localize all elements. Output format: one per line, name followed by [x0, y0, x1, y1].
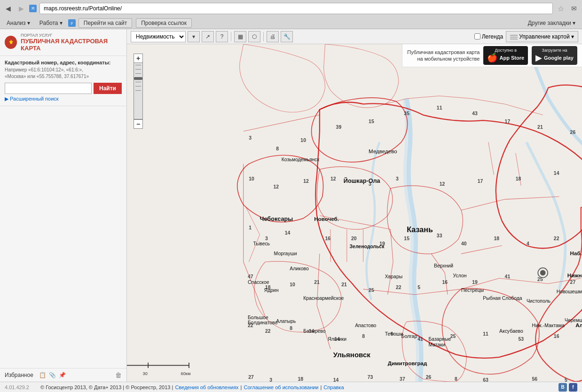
svg-text:25: 25 — [369, 288, 374, 293]
yandex-favicon: Я — [29, 5, 37, 12]
legend-checkbox-label[interactable]: Легенда — [474, 33, 503, 40]
zoom-in-button[interactable]: + — [134, 54, 143, 63]
vk-social-icon[interactable]: В — [558, 383, 567, 392]
svg-text:Болгар: Болгар — [401, 334, 417, 339]
map-container[interactable]: 3 8 10 39 15 35 11 43 17 21 26 38 10 12 … — [127, 44, 582, 382]
advanced-search-link[interactable]: ▶ Расширенный поиск — [5, 96, 122, 102]
help-link[interactable]: Справка — [323, 384, 344, 390]
favorites-add-icon[interactable]: 📋 — [39, 372, 46, 378]
search-input[interactable] — [5, 83, 92, 94]
svg-line-7 — [317, 306, 330, 349]
legend-checkbox[interactable] — [474, 33, 480, 39]
svg-text:Яльчики: Яльчики — [328, 337, 346, 342]
favorites-import-icon[interactable]: 📎 — [49, 372, 56, 378]
svg-text:Казань: Казань — [407, 225, 433, 234]
svg-text:56: 56 — [532, 376, 538, 382]
svg-text:Верхний: Верхний — [434, 263, 453, 268]
svg-line-25 — [431, 254, 445, 273]
app-store-button[interactable]: Доступно в 🍎 App Store — [483, 46, 528, 65]
svg-line-9 — [505, 196, 559, 199]
portal-header: ⚜ ПОРТАЛ УСЛУГ ПУБЛИЧНАЯ КАДАСТРОВАЯ КАР… — [0, 29, 126, 56]
svg-text:Апастово: Апастово — [355, 323, 376, 328]
svg-text:20: 20 — [351, 236, 357, 241]
svg-text:26: 26 — [570, 130, 576, 135]
svg-text:Хврары: Хврары — [385, 274, 402, 279]
svg-text:14: 14 — [554, 171, 559, 176]
svg-line-26 — [445, 273, 448, 294]
svg-text:21: 21 — [537, 125, 543, 130]
tool-area-btn[interactable]: ⬡ — [248, 31, 260, 42]
other-bookmarks-button[interactable]: Другие закладки ▾ — [524, 19, 579, 27]
svg-text:Рыбная Слобода: Рыбная Слобода — [483, 296, 522, 301]
favorites-label: Избранное — [5, 372, 33, 378]
svg-text:16: 16 — [442, 280, 448, 285]
svg-text:25: 25 — [450, 334, 456, 339]
zoom-out-button[interactable]: − — [134, 119, 143, 129]
svg-text:73: 73 — [368, 375, 373, 380]
svg-text:14: 14 — [309, 329, 315, 334]
zoom-tick — [135, 86, 141, 86]
svg-text:43: 43 — [472, 111, 478, 116]
svg-text:18: 18 — [265, 285, 271, 290]
zoom-handle[interactable] — [134, 77, 142, 80]
back-button[interactable]: ◀ — [3, 3, 13, 14]
zoom-tick — [135, 73, 141, 74]
forward-button[interactable]: ▶ — [16, 3, 26, 14]
tool-dropdown-btn[interactable]: ▾ — [188, 31, 200, 42]
zoom-tick — [135, 82, 141, 82]
google-play-icon: ▶ — [535, 53, 542, 63]
svg-point-154 — [538, 268, 548, 278]
address-bar[interactable] — [39, 3, 553, 14]
manage-map-button[interactable]: Управление картой ▾ — [506, 31, 578, 42]
favorites-export-icon[interactable]: 📌 — [59, 372, 66, 378]
favorites-delete-icon[interactable]: 🗑 — [115, 371, 122, 379]
tool-measure-btn[interactable]: ▦ — [234, 31, 246, 42]
svg-text:15: 15 — [404, 236, 409, 241]
svg-line-8 — [461, 199, 505, 210]
find-button[interactable]: Найти — [94, 83, 122, 94]
agreement-link[interactable]: Соглашение об использовании — [244, 384, 318, 390]
svg-text:5: 5 — [565, 377, 567, 382]
svg-text:3: 3 — [369, 181, 371, 187]
svg-text:14: 14 — [334, 337, 340, 342]
mail-icon[interactable]: ✉ — [569, 3, 579, 14]
property-type-select[interactable]: Недвижимость Участки Здания — [131, 31, 186, 42]
bookmark-star-icon[interactable]: ☆ — [556, 3, 566, 14]
tool-settings-btn[interactable]: 🔧 — [281, 31, 293, 42]
go-to-site-button[interactable]: Перейти на сайт — [79, 18, 132, 28]
svg-text:26: 26 — [426, 375, 432, 380]
svg-text:Альметьевск: Альметьевск — [575, 322, 582, 328]
menu-work[interactable]: Работа ▾ — [36, 19, 66, 27]
svg-text:8: 8 — [362, 334, 365, 339]
svg-text:3: 3 — [249, 135, 252, 141]
svg-text:3: 3 — [265, 236, 268, 241]
svg-text:Ульяновск: Ульяновск — [333, 351, 371, 359]
tool-select-btn[interactable]: ↗ — [202, 31, 214, 42]
manage-map-icon — [510, 34, 518, 39]
google-play-button[interactable]: Загрузите на ▶ Google play — [532, 46, 577, 65]
menu-analyze[interactable]: Анализ ▾ — [3, 19, 34, 27]
tool-print-btn[interactable]: 🖨 — [267, 31, 279, 42]
svg-line-30 — [488, 142, 494, 174]
toolbar-separator-1 — [231, 32, 231, 41]
svg-text:63: 63 — [483, 377, 488, 382]
apple-icon: 🍎 — [487, 53, 497, 63]
search-block: Кадастровый номер, адрес, координаты: На… — [0, 56, 126, 106]
facebook-social-icon[interactable]: f — [569, 383, 577, 392]
svg-text:12: 12 — [273, 184, 279, 189]
svg-text:8: 8 — [290, 326, 292, 331]
favorites-block: Избранное 📋 📎 📌 🗑 — [0, 368, 126, 382]
map-background: 3 8 10 39 15 35 11 43 17 21 26 38 10 12 … — [127, 44, 582, 382]
tool-info-btn[interactable]: ? — [216, 31, 228, 42]
svg-text:6: 6 — [390, 331, 393, 337]
svg-text:27: 27 — [570, 280, 576, 285]
svg-text:27: 27 — [248, 375, 254, 380]
svg-text:Ядрин: Ядрин — [264, 288, 279, 293]
portal-title: ПУБЛИЧНАЯ КАДАСТРОВАЯ КАРТА — [21, 38, 122, 52]
map-toolbar: Недвижимость Участки Здания ▾ ↗ ? ▦ ⬡ 🖨 … — [127, 29, 582, 44]
browser-menubar: Анализ ▾ Работа ▾ р Перейти на сайт Пров… — [0, 17, 582, 29]
zoom-slider[interactable] — [134, 63, 143, 119]
updates-link[interactable]: Сведения об обновлениях — [175, 384, 238, 390]
check-links-button[interactable]: Проверка ссылок — [136, 18, 192, 28]
search-hint: Например «61:6:10104:12», «61:6:», «Моск… — [5, 67, 122, 80]
